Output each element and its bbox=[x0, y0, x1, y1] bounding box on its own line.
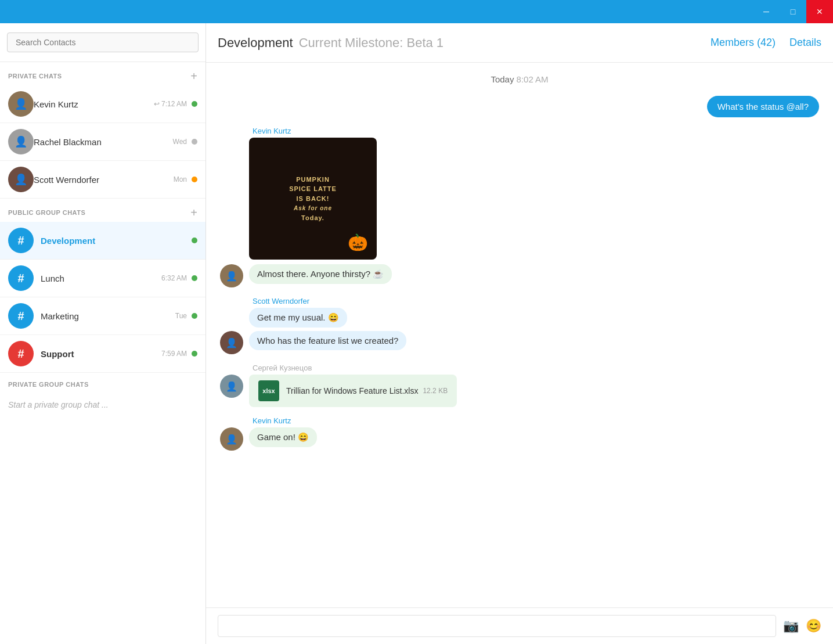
contact-info-scott: Scott Werndorfer Mon bbox=[34, 175, 197, 185]
contact-time-scott: Mon bbox=[174, 175, 187, 184]
contact-name-rachel: Rachel Blackman bbox=[34, 137, 102, 147]
date-header: Today 8:02 AM bbox=[220, 74, 819, 84]
chat-header: Development Current Milestone: Beta 1 Me… bbox=[206, 23, 833, 63]
file-attachment-sergei[interactable]: xlsx Trillian for Windows Feature List.x… bbox=[249, 375, 457, 407]
contact-meta-kevin: Kevin Kurtz ↩ 7:12 AM bbox=[34, 99, 197, 109]
group-name-lunch: Lunch bbox=[41, 274, 64, 283]
message-row-kevin-coffee: 👤 Almost there. Anyone thirsty? ☕ bbox=[220, 264, 819, 287]
status-dot-development bbox=[192, 238, 197, 243]
public-group-label: PUBLIC GROUP CHATS bbox=[8, 209, 85, 216]
avatar-sergei-msg: 👤 bbox=[220, 375, 243, 398]
status-dot-marketing bbox=[192, 313, 197, 319]
sidebar-item-development[interactable]: # Development bbox=[0, 222, 205, 260]
chat-messages: Today 8:02 AM What's the status @all? Ke… bbox=[206, 63, 833, 607]
sidebar-item-support[interactable]: # Support 7:59 AM bbox=[0, 335, 205, 373]
close-button[interactable]: ✕ bbox=[806, 0, 833, 23]
avatar-lunch: # bbox=[8, 265, 34, 291]
message-group-sergei: Сергей Кузнецов 👤 xlsx Trillian for Wind… bbox=[220, 364, 819, 407]
contact-meta-rachel: Rachel Blackman Wed bbox=[34, 137, 197, 147]
private-group-label: PRIVATE GROUP CHATS bbox=[8, 381, 89, 388]
message-group-kevin-2: Kevin Kurtz 👤 Game on! 😄 bbox=[220, 416, 819, 451]
contact-time-kevin: ↩ 7:12 AM bbox=[154, 100, 187, 108]
file-size-text: 12.2 KB bbox=[423, 387, 448, 395]
date-today: Today bbox=[491, 74, 514, 84]
contact-item-scott[interactable]: 👤 Scott Werndorfer Mon bbox=[0, 161, 205, 199]
group-name-development: Development bbox=[41, 236, 95, 246]
status-dot-rachel bbox=[192, 139, 197, 145]
public-group-section-header: PUBLIC GROUP CHATS + bbox=[0, 199, 205, 222]
group-info-lunch: Lunch 6:32 AM bbox=[41, 274, 197, 283]
details-link[interactable]: Details bbox=[789, 37, 821, 49]
file-icon-excel: xlsx bbox=[258, 380, 279, 401]
contact-name-kevin: Kevin Kurtz bbox=[34, 99, 78, 109]
chat-title: Development bbox=[218, 35, 293, 51]
sender-name-scott: Scott Werndorfer bbox=[253, 297, 819, 305]
add-private-chat-button[interactable]: + bbox=[190, 70, 197, 82]
message-bubble-kevin-game: Game on! 😄 bbox=[249, 427, 317, 447]
message-bubble-scott-1: Get me my usual. 😄 bbox=[249, 308, 819, 328]
avatar-development: # bbox=[8, 228, 34, 253]
contact-item-rachel[interactable]: 👤 Rachel Blackman Wed bbox=[0, 123, 205, 161]
minimize-button[interactable]: ─ bbox=[753, 0, 780, 23]
emoji-icon[interactable]: 😊 bbox=[806, 618, 821, 634]
message-text-scott-1: Get me my usual. 😄 bbox=[249, 308, 347, 328]
contact-name-scott: Scott Werndorfer bbox=[34, 175, 99, 185]
avatar-scott: 👤 bbox=[8, 167, 34, 192]
private-group-section: Start a private group chat ... bbox=[0, 391, 205, 418]
contact-time-rachel: Wed bbox=[173, 138, 187, 146]
group-name-support: Support bbox=[41, 349, 74, 359]
avatar-rachel: 👤 bbox=[8, 129, 34, 154]
my-message-bubble: What's the status @all? bbox=[707, 96, 819, 117]
members-link[interactable]: Members (42) bbox=[711, 37, 776, 49]
group-meta-marketing: Marketing Tue bbox=[41, 311, 197, 321]
avatar-scott-msg: 👤 bbox=[220, 331, 243, 354]
file-name-text: Trillian for Windows Feature List.xlsx bbox=[286, 386, 418, 395]
group-meta-lunch: Lunch 6:32 AM bbox=[41, 274, 197, 283]
sender-name-kevin-1: Kevin Kurtz bbox=[253, 127, 819, 135]
message-row-scott-2: 👤 Who has the feature list we created? bbox=[220, 331, 819, 354]
pumpkin-image: PUMPKINSPICE LATTEIS BACK!Ask for oneTod… bbox=[249, 138, 377, 260]
contact-item-kevin[interactable]: 👤 Kevin Kurtz ↩ 7:12 AM bbox=[0, 85, 205, 123]
sender-name-kevin-2: Kevin Kurtz bbox=[253, 416, 819, 425]
chat-input-area: 📷 😊 bbox=[206, 607, 833, 644]
search-input[interactable] bbox=[7, 33, 199, 52]
add-public-group-button[interactable]: + bbox=[190, 207, 197, 218]
sidebar-item-marketing[interactable]: # Marketing Tue bbox=[0, 297, 205, 335]
sender-name-sergei: Сергей Кузнецов bbox=[253, 364, 819, 372]
contact-info-rachel: Rachel Blackman Wed bbox=[34, 137, 197, 147]
group-info-support: Support 7:59 AM bbox=[41, 349, 197, 359]
maximize-button[interactable]: □ bbox=[780, 0, 806, 23]
status-dot-scott bbox=[192, 177, 197, 182]
group-time-marketing: Tue bbox=[175, 312, 187, 320]
chat-subtitle: Current Milestone: Beta 1 bbox=[299, 35, 443, 51]
chat-input[interactable] bbox=[218, 615, 776, 637]
contact-meta-scott: Scott Werndorfer Mon bbox=[34, 175, 197, 185]
group-time-lunch: 6:32 AM bbox=[161, 274, 187, 282]
my-message-wrapper: What's the status @all? bbox=[220, 96, 819, 117]
private-chats-label: PRIVATE CHATS bbox=[8, 73, 62, 80]
group-name-marketing: Marketing bbox=[41, 311, 79, 321]
private-chats-section-header: PRIVATE CHATS + bbox=[0, 62, 205, 85]
avatar-kevin-msg-2: 👤 bbox=[220, 427, 243, 451]
status-dot-support bbox=[192, 351, 197, 357]
avatar-support: # bbox=[8, 341, 34, 366]
sidebar-item-lunch[interactable]: # Lunch 6:32 AM bbox=[0, 260, 205, 297]
camera-icon[interactable]: 📷 bbox=[783, 618, 799, 634]
start-private-group-link[interactable]: Start a private group chat ... bbox=[8, 400, 109, 409]
status-dot-kevin bbox=[192, 101, 197, 107]
contact-info-kevin: Kevin Kurtz ↩ 7:12 AM bbox=[34, 99, 197, 109]
avatar-marketing: # bbox=[8, 303, 34, 329]
search-container bbox=[0, 23, 205, 62]
sidebar: PRIVATE CHATS + 👤 Kevin Kurtz ↩ 7:12 AM … bbox=[0, 23, 206, 644]
message-row-sergei: 👤 xlsx Trillian for Windows Feature List… bbox=[220, 375, 819, 407]
message-bubble-kevin-coffee: Almost there. Anyone thirsty? ☕ bbox=[249, 264, 392, 284]
main-container: PRIVATE CHATS + 👤 Kevin Kurtz ↩ 7:12 AM … bbox=[0, 23, 833, 644]
pumpkin-image-container: PUMPKINSPICE LATTEIS BACK!Ask for oneTod… bbox=[249, 138, 819, 260]
avatar-kevin-msg: 👤 bbox=[220, 264, 243, 287]
chat-area: Development Current Milestone: Beta 1 Me… bbox=[206, 23, 833, 644]
group-info-marketing: Marketing Tue bbox=[41, 311, 197, 321]
date-time: 8:02 AM bbox=[517, 74, 549, 84]
avatar-kevin: 👤 bbox=[8, 91, 34, 117]
group-meta-development: Development bbox=[41, 236, 197, 246]
group-meta-support: Support 7:59 AM bbox=[41, 349, 197, 359]
